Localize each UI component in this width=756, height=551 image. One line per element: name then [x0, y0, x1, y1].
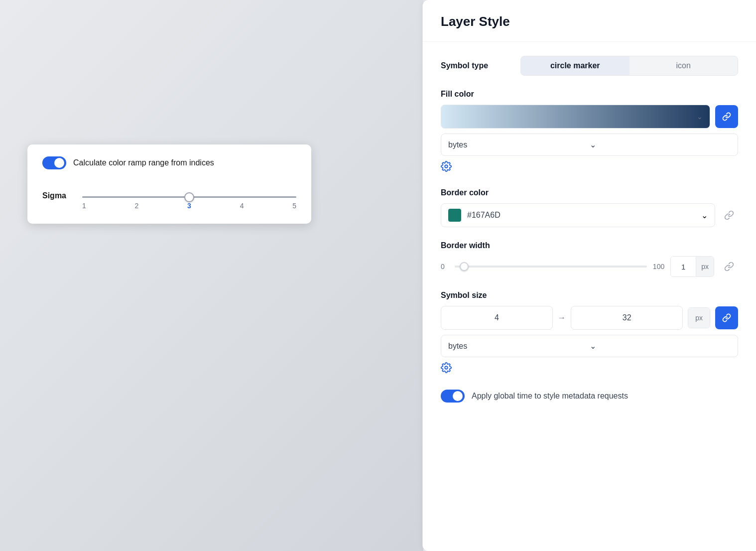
sigma-ticks: 1 2 3 4 5	[82, 202, 296, 210]
apply-global-row: Apply global time to style metadata requ…	[441, 390, 738, 403]
border-width-min: 0	[441, 263, 449, 271]
border-color-hex: #167A6D	[467, 211, 695, 220]
symbol-type-toggle-group: circle marker icon	[520, 56, 738, 76]
symbol-size-dropdown-chevron: ⌄	[590, 341, 731, 351]
symbol-size-from[interactable]: 4	[441, 306, 553, 330]
sigma-tick-4: 4	[240, 202, 244, 210]
panel-title: Layer Style	[441, 14, 738, 29]
symbol-size-dropdown[interactable]: bytes ⌄	[441, 335, 738, 357]
link-outline-icon	[724, 210, 734, 220]
sigma-tick-1: 1	[82, 202, 86, 210]
border-color-section: Border color #167A6D ⌄	[441, 188, 738, 227]
gear-icon	[441, 161, 452, 172]
fill-dropdown-chevron: ⌄	[590, 140, 731, 149]
border-width-link-button[interactable]	[720, 258, 738, 276]
symbol-size-unit: px	[688, 308, 710, 328]
panel-body: Symbol type circle marker icon Fill colo…	[423, 42, 756, 416]
symbol-size-unit-group: px	[688, 307, 710, 328]
border-color-row: #167A6D ⌄	[441, 203, 738, 227]
border-link-icon	[724, 262, 734, 272]
sigma-label: Sigma	[42, 191, 72, 200]
border-color-swatch	[448, 209, 461, 222]
apply-global-label: Apply global time to style metadata requ…	[472, 392, 628, 401]
fill-color-link-button[interactable]	[715, 105, 738, 128]
svg-point-1	[445, 366, 448, 369]
symbol-btn-icon[interactable]: icon	[630, 56, 738, 75]
fill-color-gear-button[interactable]	[441, 161, 452, 174]
svg-point-0	[445, 165, 448, 168]
symbol-type-label: Symbol type	[441, 61, 520, 70]
fill-color-dropdown-value: bytes	[448, 140, 590, 149]
border-width-input-group: px	[670, 256, 714, 277]
border-color-link-button[interactable]	[720, 206, 738, 224]
symbol-size-row: 4 → 32 px	[441, 306, 738, 330]
border-width-input[interactable]	[671, 257, 696, 276]
border-color-chevron: ⌄	[701, 211, 708, 220]
fill-color-dropdown[interactable]: bytes ⌄	[441, 134, 738, 156]
sigma-tick-2: 2	[135, 202, 139, 210]
border-width-row: 0 100 px	[441, 256, 738, 277]
color-ramp-popup: Calculate color ramp range from indices …	[27, 144, 311, 224]
link-icon	[722, 112, 731, 121]
border-width-label: Border width	[441, 241, 738, 250]
symbol-size-section: Symbol size 4 → 32 px bytes ⌄	[441, 291, 738, 376]
border-color-swatch-box[interactable]: #167A6D ⌄	[441, 203, 715, 227]
fill-color-section: Fill color ⌄ bytes ⌄	[441, 90, 738, 174]
border-width-unit: px	[696, 257, 714, 276]
symbol-size-to[interactable]: 32	[571, 306, 683, 330]
layer-style-panel: Layer Style Symbol type circle marker ic…	[422, 0, 756, 551]
sigma-slider[interactable]: 1 2 3 4 5	[82, 181, 296, 210]
border-width-max: 100	[653, 263, 664, 271]
fill-color-bar-row: ⌄	[441, 105, 738, 129]
color-ramp-toggle[interactable]	[42, 156, 66, 169]
apply-global-toggle[interactable]	[441, 390, 465, 403]
arrow-icon: →	[558, 313, 566, 322]
sigma-tick-5: 5	[292, 202, 296, 210]
border-width-slider[interactable]	[455, 266, 647, 268]
symbol-size-gear-button[interactable]	[441, 362, 452, 376]
panel-header: Layer Style	[423, 0, 756, 42]
symbol-size-link-button[interactable]	[715, 306, 738, 329]
fill-color-label: Fill color	[441, 90, 738, 99]
border-color-label: Border color	[441, 188, 738, 197]
symbol-type-section: Symbol type circle marker icon	[441, 56, 738, 76]
symbol-size-label: Symbol size	[441, 291, 738, 300]
map-background	[0, 0, 423, 551]
fill-color-gradient[interactable]: ⌄	[441, 105, 710, 129]
symbol-size-dropdown-value: bytes	[448, 342, 590, 351]
symbol-size-link-icon	[722, 313, 731, 322]
color-ramp-toggle-label: Calculate color ramp range from indices	[73, 158, 214, 167]
symbol-btn-circle-marker[interactable]: circle marker	[521, 56, 630, 75]
fill-color-chevron: ⌄	[697, 113, 703, 121]
sigma-tick-3: 3	[187, 202, 191, 210]
symbol-size-gear-icon	[441, 362, 452, 373]
border-width-section: Border width 0 100 px	[441, 241, 738, 277]
